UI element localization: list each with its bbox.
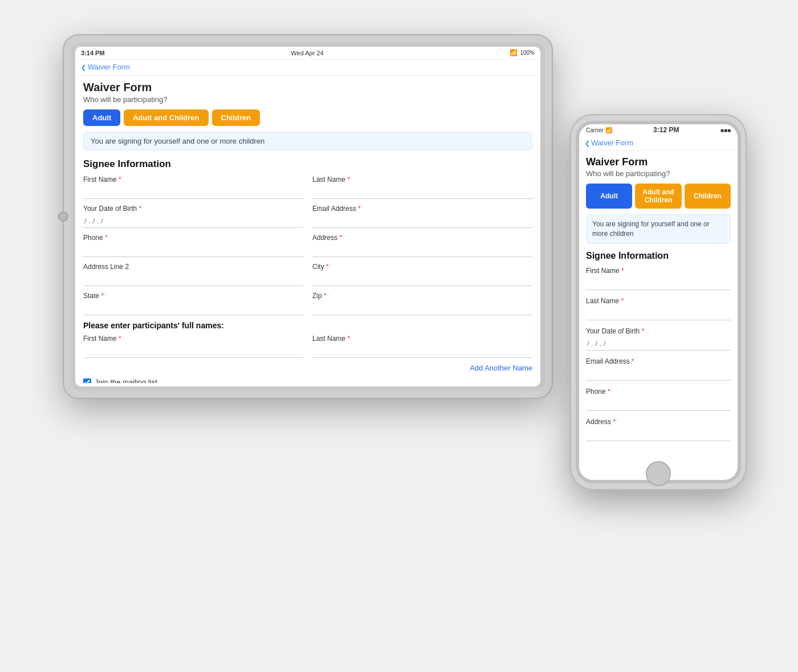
phone-battery: ■■■ — [720, 127, 731, 133]
address-input[interactable] — [312, 243, 532, 257]
first-name-label: First Name * — [83, 176, 303, 184]
phone-page-subtitle: Who will be participating? — [586, 169, 731, 178]
adult-button[interactable]: Adult — [83, 109, 120, 126]
address2-label: Address Line 2 — [83, 263, 303, 271]
wifi-icon: 📶 — [510, 49, 518, 56]
mailing-list-label: Join the mailing list — [95, 378, 157, 383]
city-label: City * — [312, 263, 532, 271]
phone-label: Phone * — [83, 234, 303, 242]
state-zip-row: State * Zip * — [83, 292, 532, 315]
last-name-group: Last Name * — [312, 176, 532, 199]
phone-nav-bar: Waiver Form — [579, 136, 738, 150]
phone-adult-button[interactable]: Adult — [586, 184, 632, 209]
dob-label: Your Date of Birth * — [83, 205, 303, 213]
address2-group: Address Line 2 — [83, 263, 303, 286]
carrier-label: Carrier — [586, 127, 604, 133]
phone-content: Waiver Form Who will be participating? A… — [579, 150, 738, 478]
participant-first-group: First Name * — [83, 335, 303, 358]
phone-bezel: Carrier 📶 3:12 PM ■■■ Waiver Form Waiver… — [576, 121, 741, 483]
name-row: First Name * Last Name * — [83, 176, 532, 199]
address2-input[interactable] — [83, 272, 303, 286]
address2-city-row: Address Line 2 City * — [83, 263, 532, 286]
email-input[interactable] — [312, 214, 532, 228]
tablet-page-title: Waiver Form — [83, 81, 532, 94]
phone-email-input[interactable] — [586, 367, 731, 381]
phone-carrier: Carrier 📶 — [586, 127, 612, 133]
phone-address-row: Phone * Address * — [83, 234, 532, 257]
participant-last-input[interactable] — [312, 344, 532, 358]
email-label: Email Address * — [312, 205, 532, 213]
battery-indicator: 100% — [520, 50, 535, 56]
phone-wifi-icon: 📶 — [605, 127, 612, 133]
adult-children-button[interactable]: Adult and Children — [124, 109, 208, 126]
phone-participant-type-group: Adult Adult and Children Children — [586, 184, 731, 209]
phone-input[interactable] — [83, 243, 303, 257]
phone-email-label: Email Address * — [586, 357, 731, 365]
mailing-list-checkbox[interactable] — [83, 378, 91, 384]
mailing-list-row: Join the mailing list — [83, 378, 532, 383]
children-button[interactable]: Children — [212, 109, 260, 126]
phone-adult-children-button[interactable]: Adult and Children — [635, 184, 681, 209]
zip-label: Zip * — [312, 292, 532, 300]
phone-dob-label: Your Date of Birth * — [586, 327, 731, 335]
tablet-time: 3:14 PM — [81, 50, 105, 56]
state-label: State * — [83, 292, 303, 300]
dob-group: Your Date of Birth * — [83, 205, 303, 228]
phone-group: Phone * — [83, 234, 303, 257]
last-name-label: Last Name * — [312, 176, 532, 184]
phone-page-title: Waiver Form — [586, 156, 731, 168]
phone-back-label: Waiver Form — [591, 139, 633, 147]
dob-email-row: Your Date of Birth * Email Address * — [83, 205, 532, 228]
tablet-nav-bar: Waiver Form — [75, 59, 540, 75]
add-another-name-link[interactable]: Add Another Name — [83, 364, 532, 372]
dob-input[interactable] — [83, 214, 303, 228]
state-input[interactable] — [83, 302, 303, 315]
city-input[interactable] — [312, 272, 532, 286]
info-banner: You are signing for yourself and one or … — [83, 132, 532, 150]
last-name-input[interactable] — [312, 185, 532, 199]
phone-last-name-input[interactable] — [586, 307, 731, 320]
phone-dob-group: Your Date of Birth * — [586, 327, 731, 351]
phone-email-group: Email Address * — [586, 357, 731, 381]
participant-first-label: First Name * — [83, 335, 303, 343]
phone-first-name-input[interactable] — [586, 276, 731, 290]
phone-dob-input[interactable] — [586, 337, 731, 351]
phone-first-name-label: First Name * — [586, 267, 731, 275]
phone-phone-label: Phone * — [586, 388, 731, 396]
phone-device: Carrier 📶 3:12 PM ■■■ Waiver Form Waiver… — [570, 114, 747, 490]
first-name-group: First Name * — [83, 176, 303, 199]
participant-last-label: Last Name * — [312, 335, 532, 343]
phone-chevron-left-icon — [585, 139, 590, 147]
phone-last-name-group: Last Name * — [586, 297, 731, 320]
tablet-back-label: Waiver Form — [88, 63, 130, 71]
phone-back-button[interactable]: Waiver Form — [585, 139, 732, 147]
phone-time: 3:12 PM — [653, 126, 679, 134]
tablet-date: Wed Apr 24 — [291, 50, 323, 56]
tablet-status-bar: 3:14 PM Wed Apr 24 📶 100% — [75, 47, 540, 59]
phone-address-group: Address * — [586, 418, 731, 441]
tablet-device: 3:14 PM Wed Apr 24 📶 100% Waiver Form Wa… — [63, 34, 553, 399]
tablet-status-right: 📶 100% — [510, 49, 535, 56]
phone-last-name-label: Last Name * — [586, 297, 731, 305]
tablet-bezel: 3:14 PM Wed Apr 24 📶 100% Waiver Form Wa… — [71, 42, 545, 391]
address-label: Address * — [312, 234, 532, 242]
participants-section-title: Please enter participants' full names: — [83, 321, 532, 330]
phone-home-button[interactable] — [646, 461, 671, 486]
zip-input[interactable] — [312, 302, 532, 315]
city-group: City * — [312, 263, 532, 286]
phone-info-banner: You are signing for yourself and one or … — [586, 214, 731, 244]
first-name-input[interactable] — [83, 185, 303, 199]
state-group: State * — [83, 292, 303, 315]
phone-phone-group: Phone * — [586, 388, 731, 411]
phone-status-bar: Carrier 📶 3:12 PM ■■■ — [579, 124, 738, 136]
participant-name-row: First Name * Last Name * — [83, 335, 532, 358]
phone-screen: Carrier 📶 3:12 PM ■■■ Waiver Form Waiver… — [579, 124, 738, 480]
phone-address-input[interactable] — [586, 427, 731, 441]
tablet-home-button[interactable] — [58, 211, 68, 222]
tablet-back-button[interactable]: Waiver Form — [81, 63, 535, 71]
phone-children-button[interactable]: Children — [685, 184, 731, 209]
email-group: Email Address * — [312, 205, 532, 228]
participant-type-group: Adult Adult and Children Children — [83, 109, 532, 126]
participant-first-input[interactable] — [83, 344, 303, 358]
phone-phone-input[interactable] — [586, 397, 731, 411]
